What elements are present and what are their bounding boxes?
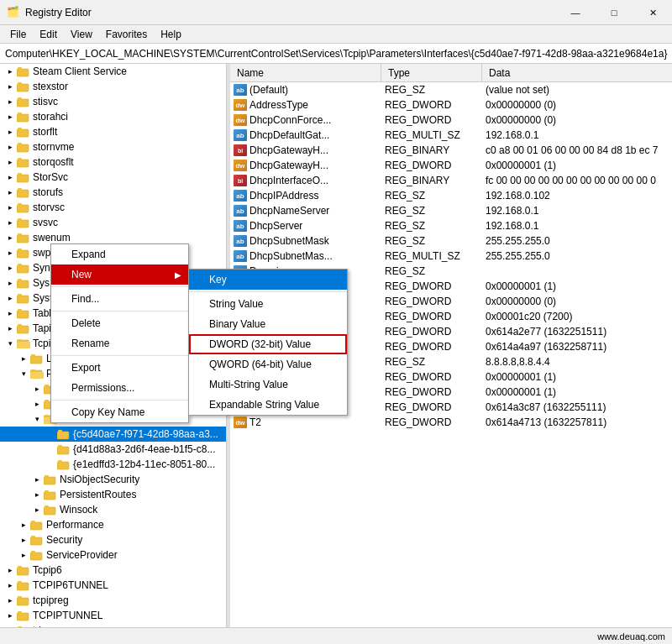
tree-expander[interactable]: ▸	[3, 186, 17, 199]
table-row[interactable]: dwT2REG_DWORD0x614a4713 (1632257811)	[230, 415, 672, 430]
tree-expander[interactable]: ▸	[30, 488, 44, 501]
tree-item[interactable]: ▸Winsock	[0, 502, 226, 517]
tree-item[interactable]: {d41d88a3-2d6f-4eae-b1f5-c8...	[0, 442, 226, 457]
tree-expander[interactable]: ▸	[30, 473, 44, 486]
table-row[interactable]: dwDhcpGatewayH...REG_DWORD0x00000001 (1)	[230, 158, 672, 173]
tree-item[interactable]: ▸NsiObjectSecurity	[0, 472, 226, 487]
tree-expander[interactable]: ▸	[3, 170, 17, 184]
tree-expander[interactable]: ▸	[3, 80, 17, 93]
table-row[interactable]: abDhcpServerREG_SZ192.168.0.1	[230, 218, 672, 233]
svg-rect-2	[17, 84, 29, 92]
tree-expander[interactable]: ▸	[3, 246, 17, 259]
tree-item[interactable]: ▸svsvc	[0, 215, 226, 230]
tree-expander[interactable]: ▸	[3, 110, 17, 123]
tree-expander[interactable]: ▸	[3, 322, 17, 335]
sub-dword-value[interactable]: DWORD (32-bit) Value	[189, 334, 347, 354]
table-row[interactable]: biDhcpGatewayH...REG_BINARYc0 a8 00 01 0…	[230, 143, 672, 158]
tree-expander[interactable]: ▸	[3, 95, 17, 108]
tree-item[interactable]: ▸storflt	[0, 124, 226, 139]
tree-expander[interactable]: ▸	[3, 579, 17, 592]
tree-expander[interactable]: ▸	[3, 125, 17, 139]
row-name-cell: abDhcpNameServer	[230, 205, 381, 217]
tree-item[interactable]: ▸Steam Client Service	[0, 64, 226, 79]
table-row[interactable]: abDhcpSubnetMaskREG_SZ255.255.255.0	[230, 233, 672, 249]
tree-expander[interactable]: ▸	[3, 609, 17, 622]
menu-view[interactable]: View	[64, 27, 99, 42]
tree-item[interactable]: ▸TCPIP6TUNNEL	[0, 578, 226, 593]
table-row[interactable]: abDhcpDefaultGat...REG_MULTI_SZ192.168.0…	[230, 128, 672, 143]
sub-binary-value[interactable]: Binary Value	[189, 314, 347, 334]
tree-expander[interactable]: ▸	[3, 261, 17, 275]
ctx-rename[interactable]: Rename	[51, 333, 188, 353]
tree-item[interactable]: ▸StorSvc	[0, 170, 226, 185]
tree-expander[interactable]: ▸	[3, 65, 17, 78]
tree-expander[interactable]: ▸	[3, 201, 17, 214]
sub-string-value[interactable]: String Value	[189, 294, 347, 314]
menu-file[interactable]: File	[3, 27, 33, 42]
tree-expander[interactable]: ▸	[3, 306, 17, 320]
tree-expander[interactable]: ▸	[30, 503, 44, 516]
svg-rect-17	[18, 188, 22, 191]
tree-expander[interactable]: ▸	[17, 533, 30, 547]
tree-expander[interactable]: ▸	[3, 216, 17, 229]
tree-expander[interactable]: ▸	[3, 276, 17, 290]
table-row[interactable]: dwAddressTypeREG_DWORD0x00000000 (0)	[230, 97, 672, 113]
tree-item[interactable]: ▸Tcpip6	[0, 563, 226, 578]
ctx-export[interactable]: Export	[51, 358, 188, 378]
tree-expander[interactable]: ▾	[17, 367, 30, 380]
tree-expander[interactable]: ▸	[17, 518, 30, 531]
table-row[interactable]: biDhcpInterfaceO...REG_BINARYfc 00 00 00…	[230, 173, 672, 188]
menu-favorites[interactable]: Favorites	[99, 27, 154, 42]
maximize-button[interactable]: □	[595, 0, 633, 25]
table-row[interactable]: abDhcpIPAddressREG_SZ192.168.0.102	[230, 188, 672, 203]
table-row[interactable]: dwDhcpConnForce...REG_DWORD0x00000000 (0…	[230, 113, 672, 128]
ctx-expand[interactable]: Expand	[51, 244, 188, 264]
tree-item[interactable]: ▸storahci	[0, 109, 226, 124]
tree-item[interactable]: ▸ServiceProvider	[0, 547, 226, 563]
tree-expander[interactable]: ▸	[17, 548, 30, 562]
sub-key[interactable]: Key	[189, 270, 347, 290]
close-button[interactable]: ✕	[633, 0, 672, 25]
tree-expander[interactable]: ▾	[3, 337, 17, 350]
tree-expander[interactable]: ▸	[3, 155, 17, 169]
tree-item[interactable]: {c5d40ae7-f971-42d8-98aa-a3...	[0, 427, 226, 442]
tree-item[interactable]: ▸tdx	[0, 623, 226, 627]
tree-expander[interactable]: ▸	[3, 231, 17, 244]
menu-edit[interactable]: Edit	[33, 27, 64, 42]
sub-multi-string[interactable]: Multi-String Value	[189, 374, 347, 395]
tree-item[interactable]: ▸storvsc	[0, 200, 226, 215]
menu-help[interactable]: Help	[154, 27, 188, 42]
tree-item[interactable]: {e1edffd3-12b4-11ec-8051-80...	[0, 457, 226, 472]
tree-expander[interactable]: ▸	[3, 563, 17, 577]
tree-expander[interactable]: ▸	[3, 624, 17, 627]
tree-item[interactable]: ▸storqosflt	[0, 154, 226, 170]
tree-item[interactable]: ▸TCPIPTUNNEL	[0, 608, 226, 623]
tree-expander[interactable]: ▸	[30, 382, 44, 395]
tree-expander[interactable]: ▾	[30, 412, 44, 426]
row-data-cell: 0x00001c20 (7200)	[482, 311, 672, 322]
ctx-copy-key[interactable]: Copy Key Name	[51, 402, 188, 422]
tree-item[interactable]: ▸stexstor	[0, 79, 226, 94]
minimize-button[interactable]: —	[556, 0, 595, 25]
sub-qword-value[interactable]: QWORD (64-bit) Value	[189, 354, 347, 374]
ctx-permissions[interactable]: Permissions...	[51, 378, 188, 398]
table-row[interactable]: abDhcpNameServerREG_SZ192.168.0.1	[230, 203, 672, 218]
table-row[interactable]: ab(Default)REG_SZ(value not set)	[230, 82, 672, 97]
tree-expander[interactable]: ▸	[30, 397, 44, 411]
ctx-find[interactable]: Find...	[51, 289, 188, 309]
table-row[interactable]: abDhcpSubnetMas...REG_MULTI_SZ255.255.25…	[230, 249, 672, 264]
tree-item[interactable]: ▸storufs	[0, 185, 226, 200]
tree-expander[interactable]: ▸	[3, 291, 17, 305]
tree-item[interactable]: ▸stisvc	[0, 94, 226, 109]
tree-expander[interactable]: ▸	[17, 352, 30, 365]
tree-item[interactable]: ▸Security	[0, 532, 226, 547]
tree-item[interactable]: ▸PersistentRoutes	[0, 487, 226, 502]
ctx-new[interactable]: New▶	[51, 264, 188, 285]
tree-expander[interactable]: ▸	[3, 594, 17, 607]
tree-item[interactable]: ▸stornvme	[0, 139, 226, 154]
sub-expandable-string[interactable]: Expandable String Value	[189, 395, 347, 415]
tree-item[interactable]: ▸tcpipreg	[0, 593, 226, 608]
ctx-delete[interactable]: Delete	[51, 313, 188, 333]
tree-item[interactable]: ▸Performance	[0, 517, 226, 532]
tree-expander[interactable]: ▸	[3, 140, 17, 154]
